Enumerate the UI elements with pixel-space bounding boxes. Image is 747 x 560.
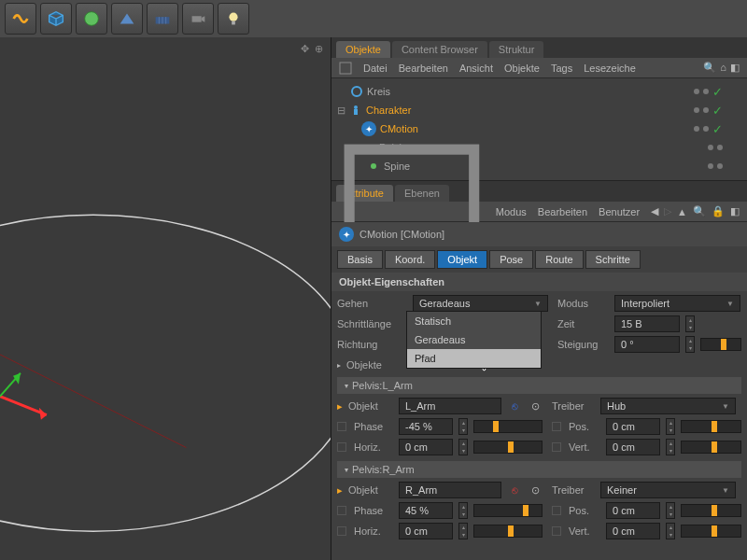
tool-camera[interactable] (182, 3, 214, 35)
menu-objekte[interactable]: Objekte (504, 63, 540, 74)
nav-back-icon[interactable]: ◀ (651, 205, 658, 217)
tab-struktur[interactable]: Struktur (489, 41, 544, 58)
menu-tags[interactable]: Tags (551, 63, 572, 74)
nav-icon[interactable]: ⊕ (315, 43, 323, 55)
dropdown-gehen[interactable]: Geradeaus▼ (413, 295, 548, 312)
menu-bearbeiten[interactable]: Bearbeiten (538, 206, 587, 217)
spinner-steigung[interactable]: ▴▾ (685, 336, 695, 353)
field-rarm-objekt[interactable]: R_Arm (399, 482, 501, 498)
tab-objekte[interactable]: Objekte (336, 41, 390, 58)
label-horiz: Horiz. (354, 441, 393, 453)
character-icon (349, 104, 362, 117)
label-vert: Vert. (569, 441, 600, 453)
input-larm-vert[interactable] (606, 439, 660, 455)
label-pos: Pos. (569, 421, 600, 432)
link-icon[interactable]: ⎋ (507, 399, 522, 413)
cmotion-icon: ✦ (361, 121, 376, 136)
menu-lesezeichen[interactable]: Lesezeiche (584, 63, 636, 74)
search-icon[interactable]: 🔍 (693, 205, 706, 217)
circle-icon (350, 85, 363, 98)
label-modus: Modus (557, 298, 609, 309)
label-treiber: Treiber (552, 484, 595, 496)
layout-icon[interactable]: ◧ (730, 205, 740, 217)
tool-light[interactable] (218, 3, 249, 35)
section-pelvis-larm[interactable]: ▾Pelvis:L_Arm (337, 377, 741, 394)
menu-bearbeiten[interactable]: Bearbeiten (399, 63, 448, 74)
input-larm-pos[interactable] (606, 418, 660, 435)
label-treiber: Treiber (552, 400, 595, 412)
dropdown-rarm-treiber[interactable]: Keiner▼ (600, 482, 736, 498)
label-schrittlaenge: Schrittlänge (337, 318, 407, 329)
cmotion-icon: ✦ (339, 227, 354, 242)
svg-point-0 (85, 12, 99, 26)
label-phase: Phase (354, 505, 393, 516)
svg-point-8 (0, 215, 331, 531)
tool-snake[interactable] (5, 3, 36, 35)
layout-icon[interactable]: ◧ (730, 62, 740, 74)
input-larm-horiz[interactable] (399, 439, 453, 455)
viewport-nav-icons[interactable]: ✥ ⊕ (301, 43, 323, 55)
slider-larm-phase[interactable] (473, 420, 543, 433)
nav-fwd-icon[interactable]: ▷ (664, 205, 671, 217)
slider-larm-horiz[interactable] (473, 441, 543, 454)
nav-up-icon[interactable]: ▲ (677, 206, 687, 217)
label-objekt: Objekt (348, 400, 393, 412)
svg-point-6 (229, 13, 237, 21)
home-icon[interactable]: ⌂ (720, 62, 726, 74)
subtab-objekt[interactable]: Objekt (437, 250, 487, 269)
object-menubar: Datei Bearbeiten Ansicht Objekte Tags Le… (331, 58, 747, 78)
input-rarm-vert[interactable] (606, 523, 660, 539)
section-pelvis-rarm[interactable]: ▾Pelvis:R_Arm (337, 461, 741, 478)
tree-item-cmotion[interactable]: ✦ CMotion ✓ (337, 119, 741, 138)
spinner-zeit[interactable]: ▴▾ (685, 315, 695, 332)
dropdown-modus[interactable]: Interpoliert▼ (614, 295, 740, 312)
input-steigung[interactable] (614, 336, 680, 353)
slider-rarm-phase[interactable] (473, 504, 543, 517)
label-richtung: Richtung (337, 339, 407, 350)
label-objekt: Objekt (348, 484, 393, 496)
props-title: Objekt-Eigenschaften (331, 273, 747, 291)
svg-marker-13 (13, 373, 21, 385)
input-larm-phase[interactable] (399, 418, 453, 435)
input-rarm-phase[interactable] (399, 502, 453, 519)
svg-line-9 (0, 355, 186, 448)
subtab-route[interactable]: Route (535, 250, 583, 269)
view-icon[interactable] (339, 62, 352, 75)
dditem-geradeaus[interactable]: Geradeaus (407, 330, 541, 349)
subtab-basis[interactable]: Basis (337, 250, 383, 269)
dditem-pfad[interactable]: Pfad (407, 349, 541, 368)
input-rarm-horiz[interactable] (399, 523, 453, 539)
menu-benutzer[interactable]: Benutzer (599, 206, 640, 217)
subtab-koord[interactable]: Koord. (385, 250, 435, 269)
subtab-schritte[interactable]: Schritte (585, 250, 641, 269)
tool-wedge[interactable] (111, 3, 143, 35)
search-icon[interactable]: 🔍 (703, 62, 716, 74)
nav-icon[interactable]: ✥ (301, 43, 309, 55)
viewport-3d[interactable]: ✥ ⊕ (0, 37, 331, 560)
tab-content-browser[interactable]: Content Browser (392, 41, 487, 58)
input-rarm-pos[interactable] (606, 502, 660, 519)
menu-ansicht[interactable]: Ansicht (459, 63, 493, 74)
link-icon[interactable]: ⎋ (507, 483, 522, 497)
tool-floor[interactable] (147, 3, 178, 35)
tree-item-charakter[interactable]: ⊟ Charakter ✓ (337, 101, 741, 119)
input-zeit[interactable] (614, 315, 680, 332)
tree-item-kreis[interactable]: Kreis ✓ (337, 82, 741, 101)
subtab-pose[interactable]: Pose (489, 250, 533, 269)
target-icon[interactable]: ⊙ (528, 483, 543, 497)
svg-rect-7 (232, 21, 235, 25)
gehen-dropdown-popup[interactable]: Statisch Geradeaus Pfad (406, 311, 542, 369)
dropdown-larm-treiber[interactable]: Hub▼ (600, 398, 736, 414)
menu-datei[interactable]: Datei (363, 63, 388, 74)
lock-icon[interactable]: 🔒 (712, 205, 725, 217)
label-steigung: Steigung (557, 339, 609, 350)
menu-modus[interactable]: Modus (496, 206, 527, 217)
field-larm-objekt[interactable]: L_Arm (399, 398, 501, 414)
target-icon[interactable]: ⊙ (528, 399, 543, 413)
slider-steigung[interactable] (700, 338, 741, 351)
label-pos: Pos. (569, 505, 600, 516)
dditem-statisch[interactable]: Statisch (407, 312, 541, 330)
tool-sphere[interactable] (76, 3, 107, 35)
svg-point-16 (354, 105, 358, 109)
tool-cube[interactable] (40, 3, 72, 35)
